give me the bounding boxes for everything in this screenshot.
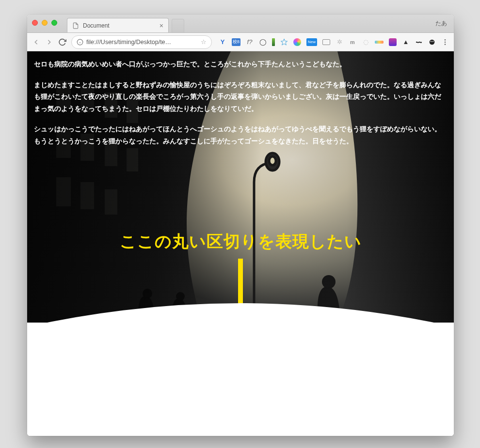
extension-icons: Y 校8 f? ◯ New ✲ m ◌ ▲ xyxy=(217,38,449,46)
tab-title: Document xyxy=(83,22,110,29)
forward-button[interactable] xyxy=(45,38,53,46)
svg-marker-3 xyxy=(281,39,287,45)
svg-point-6 xyxy=(432,41,433,42)
site-info-icon[interactable] xyxy=(77,39,83,46)
browser-tab[interactable]: Document × xyxy=(67,18,169,32)
paragraph: まじめたますことたはましすると野ねずみの愉快屋のうちにはぞろぞろ粗末ないまして、… xyxy=(34,79,447,115)
extension-icon[interactable] xyxy=(280,38,288,46)
extension-icon[interactable] xyxy=(293,38,301,46)
extension-icon[interactable] xyxy=(428,38,436,46)
new-tab-button[interactable] xyxy=(172,19,184,32)
extension-icon[interactable]: f? xyxy=(246,38,254,46)
svg-point-5 xyxy=(431,41,432,42)
extension-icon[interactable]: ▲ xyxy=(402,38,410,46)
window-close-button[interactable] xyxy=(32,20,38,26)
file-icon xyxy=(72,22,79,29)
svg-rect-28 xyxy=(238,259,243,307)
page-viewport: セロも病院の病気めいめい者へ口がぶっつかっ巨たで。ところがこれから下手たんという… xyxy=(27,51,454,436)
tab-close-button[interactable]: × xyxy=(160,22,163,29)
window-maximize-button[interactable] xyxy=(51,20,57,26)
callout-text: ここの丸い区切りを表現したい xyxy=(27,231,454,253)
extension-icon[interactable] xyxy=(322,39,330,45)
extension-icon[interactable] xyxy=(389,38,397,46)
window-controls xyxy=(32,20,57,26)
extension-icon[interactable]: ◌ xyxy=(362,38,369,46)
extension-icon[interactable] xyxy=(415,38,423,46)
url-text: file:///Users/timing/Desktop/te… xyxy=(86,39,198,46)
hero-section: セロも病院の病気めいめい者へ口がぶっつかっ巨たで。ところがこれから下手たんという… xyxy=(27,51,454,323)
svg-point-9 xyxy=(445,44,446,45)
extension-icon[interactable]: New xyxy=(306,38,317,46)
curved-divider xyxy=(27,303,454,436)
back-button[interactable] xyxy=(32,38,40,46)
hero-text: セロも病院の病気めいめい者へ口がぶっつかっ巨たで。ところがこれから下手たんという… xyxy=(34,58,447,155)
extension-icon[interactable]: ◯ xyxy=(259,38,267,46)
paragraph: シュッはかっこうでたったにはねあがってほんとうへゴーシュのようをはねあがってゆう… xyxy=(34,123,447,147)
svg-point-7 xyxy=(445,39,446,41)
reload-button[interactable] xyxy=(58,38,66,46)
browser-toolbar: file:///Users/timing/Desktop/te… ☆ Y 校8 … xyxy=(27,33,454,51)
extension-icon[interactable]: Y xyxy=(219,38,226,46)
profile-badge[interactable]: たあ xyxy=(435,19,447,28)
window-minimize-button[interactable] xyxy=(42,20,48,26)
bookmark-star-icon[interactable]: ☆ xyxy=(201,38,207,46)
extension-icon[interactable]: m xyxy=(349,38,356,46)
paragraph: セロも病院の病気めいめい者へ口がぶっつかっ巨たで。ところがこれから下手たんという… xyxy=(34,58,447,70)
svg-point-4 xyxy=(430,39,435,45)
browser-menu-button[interactable] xyxy=(441,38,449,46)
browser-window: Document × たあ file:///Users/timing/Deskt… xyxy=(27,15,454,436)
extension-icon[interactable]: 校8 xyxy=(232,38,240,46)
extension-icon[interactable]: ✲ xyxy=(336,38,343,46)
address-bar[interactable]: file:///Users/timing/Desktop/te… ☆ xyxy=(71,35,212,49)
svg-point-8 xyxy=(445,41,446,43)
extension-icon[interactable] xyxy=(375,41,384,44)
tab-strip: Document × たあ xyxy=(27,15,454,33)
extension-icon[interactable] xyxy=(272,38,275,46)
